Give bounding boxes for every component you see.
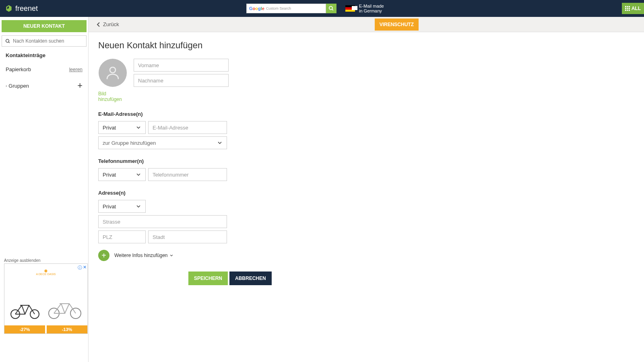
svg-point-17 bbox=[110, 67, 116, 73]
ad-info-icon: ⓘ bbox=[78, 265, 82, 271]
ad-box[interactable]: ⓘ✕ ◉ A DECE OASIS -27% -13% bbox=[4, 263, 88, 334]
svg-line-1 bbox=[332, 9, 333, 10]
germany-flag-icon bbox=[345, 5, 355, 12]
phone-section-title: Telefonnummer(n) bbox=[98, 158, 634, 164]
ad-product-2 bbox=[47, 296, 83, 319]
sidebar-groups-label: Gruppen bbox=[8, 83, 29, 89]
button-row: SPEICHERN ABBRECHEN bbox=[188, 272, 634, 285]
brand-name: freenet bbox=[15, 4, 38, 13]
name-row: Bild hinzufügen bbox=[98, 59, 634, 102]
svg-rect-8 bbox=[625, 10, 626, 11]
firstname-input[interactable] bbox=[134, 59, 229, 72]
header-search: Google Custom Search bbox=[246, 4, 336, 13]
freenet-logo-icon bbox=[5, 4, 13, 12]
email-section: E-Mail-Adresse(n) Privat zur Gruppe hinz… bbox=[98, 111, 634, 149]
add-image-link[interactable]: Bild hinzufügen bbox=[98, 91, 127, 102]
add-group-icon[interactable]: + bbox=[77, 80, 83, 91]
brand-logo[interactable]: freenet bbox=[5, 4, 38, 13]
chevron-down-icon bbox=[169, 253, 173, 257]
sidebar-item-groups[interactable]: › Gruppen + bbox=[0, 76, 88, 95]
ad-price-1: -27% bbox=[4, 325, 45, 333]
search-icon bbox=[5, 39, 10, 44]
ad-hide-label[interactable]: Anzeige ausblenden bbox=[4, 258, 88, 263]
main-content: Zurück VIRENSCHUTZ Neuen Kontakt hinzufü… bbox=[89, 17, 644, 362]
all-button[interactable]: ALL bbox=[622, 3, 644, 14]
sidebar-item-trash[interactable]: Papierkorb leeren bbox=[0, 62, 88, 76]
all-label: ALL bbox=[632, 6, 641, 11]
chevron-down-icon bbox=[136, 204, 141, 209]
address-type-value: Privat bbox=[103, 204, 116, 210]
street-input[interactable] bbox=[98, 215, 227, 228]
city-input[interactable] bbox=[148, 230, 227, 243]
contact-search[interactable] bbox=[2, 35, 87, 47]
chevron-left-icon bbox=[97, 22, 101, 27]
email-type-value: Privat bbox=[103, 125, 116, 131]
envelope-icon bbox=[352, 6, 357, 10]
plz-input[interactable] bbox=[98, 230, 146, 243]
ad-close-icon[interactable]: ✕ bbox=[83, 265, 87, 271]
search-custom-label: Custom Search bbox=[266, 6, 291, 10]
plus-circle-icon: + bbox=[98, 250, 109, 261]
person-icon bbox=[104, 64, 121, 81]
svg-rect-9 bbox=[627, 10, 628, 11]
back-label: Zurück bbox=[103, 21, 119, 27]
virenschutz-button[interactable]: VIRENSCHUTZ bbox=[375, 19, 419, 31]
avatar-column: Bild hinzufügen bbox=[98, 59, 127, 102]
app-header: freenet Google Custom Search E-Mail made… bbox=[0, 0, 644, 17]
sidebar-trash-label: Papierkorb bbox=[6, 66, 31, 72]
address-section-title: Adresse(n) bbox=[98, 190, 634, 196]
save-button[interactable]: SPEICHERN bbox=[188, 272, 228, 285]
email-made-text: E-Mail made bbox=[359, 4, 384, 8]
google-search-input[interactable]: Google Custom Search bbox=[246, 4, 326, 13]
phone-input[interactable] bbox=[148, 168, 227, 181]
phone-type-select[interactable]: Privat bbox=[98, 168, 146, 181]
new-contact-button[interactable]: NEUER KONTAKT bbox=[2, 20, 87, 32]
form-content: Neuen Kontakt hinzufügen Bild hinzufügen… bbox=[89, 32, 644, 293]
sidebar-entries-label: Kontakteinträge bbox=[6, 52, 45, 58]
back-link[interactable]: Zurück bbox=[97, 21, 119, 27]
svg-rect-5 bbox=[625, 8, 626, 9]
address-section: Adresse(n) Privat bbox=[98, 190, 634, 243]
chevron-down-icon bbox=[217, 140, 223, 146]
name-inputs bbox=[134, 59, 229, 87]
chevron-right-icon: › bbox=[6, 84, 7, 88]
address-type-select[interactable]: Privat bbox=[98, 200, 146, 213]
ad-prices: -27% -13% bbox=[4, 325, 87, 333]
search-button[interactable] bbox=[326, 4, 336, 13]
grid-icon bbox=[625, 6, 630, 11]
avatar-placeholder[interactable] bbox=[99, 59, 127, 87]
svg-point-11 bbox=[6, 39, 9, 42]
empty-trash-link[interactable]: leeren bbox=[69, 67, 83, 72]
phone-section: Telefonnummer(n) Privat bbox=[98, 158, 634, 181]
contact-search-input[interactable] bbox=[13, 38, 83, 44]
sidebar-item-entries[interactable]: Kontakteinträge bbox=[0, 48, 88, 62]
cancel-button[interactable]: ABBRECHEN bbox=[229, 272, 272, 285]
email-type-select[interactable]: Privat bbox=[98, 121, 146, 134]
email-germany-badge: E-Mail made in Germany bbox=[345, 4, 384, 13]
in-germany-text: in Germany bbox=[359, 8, 384, 13]
email-input[interactable] bbox=[148, 121, 227, 134]
email-section-title: E-Mail-Adresse(n) bbox=[98, 111, 634, 117]
ad-product-1 bbox=[9, 298, 41, 319]
add-to-group-select[interactable]: zur Gruppe hinzufügen bbox=[98, 136, 227, 149]
chevron-down-icon bbox=[136, 172, 141, 177]
content-topbar: Zurück VIRENSCHUTZ bbox=[89, 17, 644, 32]
ad-info-close[interactable]: ⓘ✕ bbox=[78, 265, 87, 271]
google-logo-text: Google bbox=[249, 6, 264, 11]
svg-rect-2 bbox=[625, 6, 626, 7]
svg-point-14 bbox=[30, 310, 39, 319]
more-info-toggle[interactable]: + Weitere Infos hinzufügen bbox=[98, 250, 634, 261]
sidebar: NEUER KONTAKT Kontakteinträge Papierkorb… bbox=[0, 17, 89, 362]
ad-price-2: -13% bbox=[47, 325, 87, 333]
svg-rect-7 bbox=[629, 8, 630, 9]
chevron-down-icon bbox=[136, 125, 141, 130]
svg-point-0 bbox=[329, 6, 332, 10]
ad-brand-icon: ◉ bbox=[6, 269, 86, 273]
svg-line-12 bbox=[8, 42, 10, 43]
page-title: Neuen Kontakt hinzufügen bbox=[98, 40, 634, 51]
ad-brand-name: A DECE OASIS bbox=[6, 273, 86, 276]
more-info-label: Weitere Infos hinzufügen bbox=[114, 253, 168, 258]
lastname-input[interactable] bbox=[134, 74, 229, 87]
search-icon bbox=[328, 6, 334, 11]
sidebar-ad: Anzeige ausblenden ⓘ✕ ◉ A DECE OASIS -27… bbox=[4, 258, 88, 334]
